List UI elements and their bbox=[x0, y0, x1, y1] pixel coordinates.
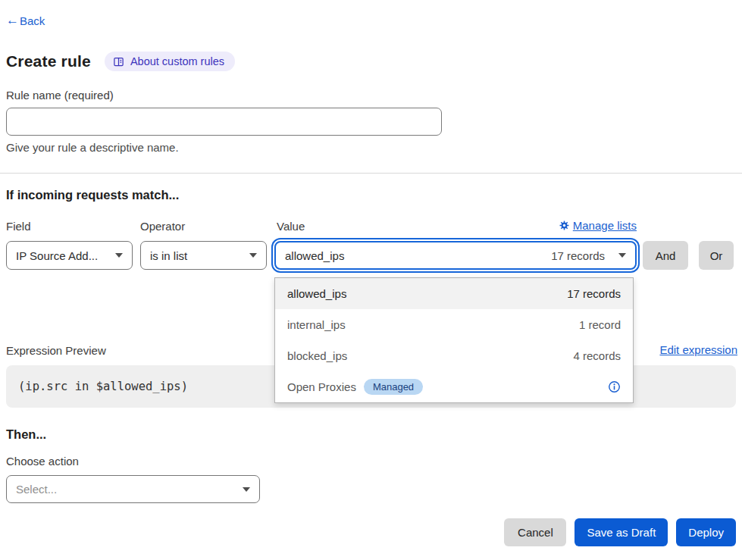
chevron-down-icon bbox=[115, 253, 123, 258]
choose-action-label: Choose action bbox=[6, 455, 79, 468]
chevron-down-icon bbox=[243, 487, 250, 492]
then-section-heading: Then... bbox=[6, 427, 46, 442]
rule-name-helper: Give your rule a descriptive name. bbox=[6, 141, 179, 154]
value-select-value: allowed_ips bbox=[285, 249, 344, 262]
back-label: Back bbox=[20, 14, 45, 27]
value-select[interactable]: allowed_ips 17 records bbox=[274, 241, 637, 270]
rule-name-label: Rule name (required) bbox=[6, 89, 114, 102]
value-label: Value bbox=[277, 220, 305, 233]
list-item-blocked-ips[interactable]: blocked_ips 4 records bbox=[275, 340, 633, 371]
deploy-button[interactable]: Deploy bbox=[676, 518, 736, 546]
back-link[interactable]: ← Back bbox=[6, 13, 45, 28]
expression-preview-label: Expression Preview bbox=[6, 344, 106, 357]
and-button[interactable]: And bbox=[643, 241, 688, 270]
action-select-placeholder: Select... bbox=[16, 483, 57, 496]
value-select-meta: 17 records bbox=[551, 249, 605, 262]
list-item-meta: 1 record bbox=[579, 318, 621, 331]
list-item-name: Open Proxies bbox=[287, 380, 356, 393]
list-item-name: internal_ips bbox=[287, 318, 346, 331]
list-item-name: blocked_ips bbox=[287, 349, 347, 362]
operator-label: Operator bbox=[140, 220, 185, 233]
section-divider bbox=[0, 173, 742, 174]
edit-expression-link[interactable]: Edit expression bbox=[659, 343, 737, 356]
chevron-down-icon bbox=[249, 253, 257, 258]
gear-icon bbox=[559, 221, 569, 230]
back-arrow-icon: ← bbox=[6, 13, 19, 28]
manage-lists-link[interactable]: Manage lists bbox=[559, 219, 637, 232]
cancel-button[interactable]: Cancel bbox=[504, 518, 566, 546]
or-button[interactable]: Or bbox=[699, 241, 734, 270]
list-item-name: allowed_ips bbox=[287, 287, 346, 300]
list-item-allowed-ips[interactable]: allowed_ips 17 records bbox=[275, 278, 633, 309]
list-item-internal-ips[interactable]: internal_ips 1 record bbox=[275, 309, 633, 340]
chevron-down-icon bbox=[618, 253, 626, 258]
list-item-meta: 4 records bbox=[573, 349, 621, 362]
operator-select-value: is in list bbox=[150, 249, 187, 262]
save-as-draft-button[interactable]: Save as Draft bbox=[575, 518, 668, 546]
rule-name-input[interactable] bbox=[6, 108, 442, 136]
value-select-dropdown: allowed_ips 17 records internal_ips 1 re… bbox=[274, 277, 634, 403]
field-select[interactable]: IP Source Add... bbox=[6, 241, 133, 270]
action-select[interactable]: Select... bbox=[6, 475, 260, 503]
page-title: Create rule bbox=[6, 52, 91, 70]
list-item-meta: 17 records bbox=[567, 287, 621, 300]
match-section-heading: If incoming requests match... bbox=[6, 188, 179, 202]
book-icon bbox=[113, 56, 124, 67]
manage-lists-label: Manage lists bbox=[573, 219, 637, 232]
managed-badge: Managed bbox=[364, 379, 423, 395]
info-icon[interactable] bbox=[608, 380, 621, 393]
about-custom-rules-label: About custom rules bbox=[130, 55, 224, 67]
footer-actions: Cancel Save as Draft Deploy bbox=[504, 518, 736, 546]
expression-code: (ip.src in $allowed_ips) bbox=[18, 380, 188, 393]
about-custom-rules-link[interactable]: About custom rules bbox=[105, 52, 235, 71]
field-label: Field bbox=[6, 220, 31, 233]
title-row: Create rule About custom rules bbox=[6, 50, 235, 73]
operator-select[interactable]: is in list bbox=[140, 241, 267, 270]
list-item-open-proxies[interactable]: Open Proxies Managed bbox=[275, 371, 633, 402]
field-select-value: IP Source Add... bbox=[16, 249, 98, 262]
create-rule-page: ← Back Create rule About custom rules Ru… bbox=[0, 0, 742, 560]
